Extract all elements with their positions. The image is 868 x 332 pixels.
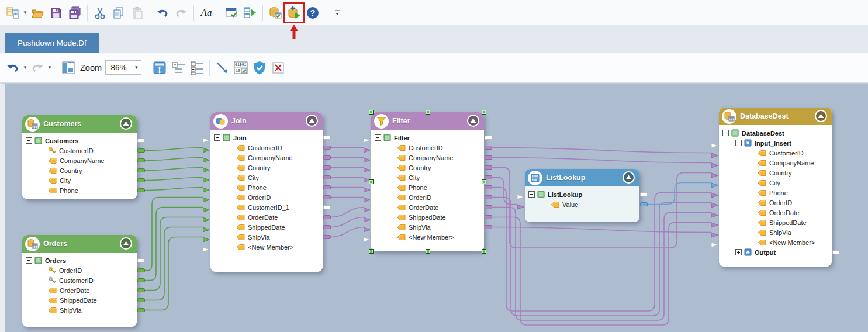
out-port-white[interactable] [137, 139, 145, 143]
in-port-purple[interactable] [364, 185, 371, 191]
tree-row-orderdate[interactable]: OrderDate [719, 208, 829, 217]
out-port-white[interactable] [323, 136, 331, 140]
expander-minus-icon[interactable] [722, 130, 729, 136]
tree-row-shipvia[interactable]: ShipVia [719, 227, 829, 237]
tree-row-orderid[interactable]: OrderID [22, 265, 134, 275]
in-port-green[interactable] [203, 205, 210, 210]
tree-row-customerid[interactable]: CustomerID [22, 275, 134, 285]
save-button[interactable] [47, 4, 65, 22]
connection-filter-databasedest[interactable] [492, 158, 711, 163]
in-port-purple[interactable] [711, 210, 718, 216]
connection-customers-join[interactable] [145, 188, 203, 191]
in-port-purple[interactable] [711, 190, 718, 196]
tree-row-phone[interactable]: Phone [210, 182, 320, 192]
autosize-nodes-button[interactable] [150, 58, 169, 77]
out-port-green[interactable] [137, 308, 145, 312]
tree-row-country[interactable]: Country [210, 162, 320, 172]
cut-button[interactable] [91, 4, 109, 22]
tree-row-filter[interactable]: Filter [371, 133, 482, 143]
connection-orders-join[interactable] [145, 227, 203, 300]
pushdown-run-button[interactable] [285, 4, 303, 22]
open-button[interactable] [28, 4, 47, 22]
copy-button[interactable] [109, 4, 128, 22]
out-port-purple[interactable] [323, 235, 331, 239]
connection-filter-databasedest[interactable] [492, 148, 711, 153]
undo-button[interactable] [4, 58, 22, 77]
in-port-white[interactable] [711, 140, 718, 146]
in-port-green[interactable] [203, 215, 210, 220]
out-port-white[interactable] [640, 192, 648, 196]
tree-row-customerid[interactable]: CustomerID [371, 143, 482, 153]
out-port-blue[interactable] [640, 202, 648, 206]
tree-row-customers[interactable]: Customers [22, 136, 134, 146]
out-port-purple[interactable] [323, 155, 331, 160]
out-port-green[interactable] [137, 268, 145, 272]
tree-row-country[interactable]: Country [371, 162, 482, 172]
in-port-green[interactable] [203, 145, 210, 151]
tab-pushdown-mode[interactable]: Pushdown Mode.Df [5, 33, 99, 53]
canvas[interactable]: CustomersCustomersCustomerIDCompanyNameC… [0, 83, 868, 332]
tree-row-orderdate[interactable]: OrderDate [22, 285, 134, 295]
in-port-green[interactable] [203, 155, 210, 161]
tree-row-orderid[interactable]: OrderID [719, 198, 829, 208]
node-orders[interactable]: OrdersOrdersOrderIDCustomerIDOrderDateSh… [22, 235, 137, 327]
out-port-purple[interactable] [485, 146, 492, 150]
tree-row-orderdate[interactable]: OrderDate [371, 202, 482, 212]
tree-row-listlookup[interactable]: ListLookup [525, 189, 637, 199]
tree-row-shippeddate[interactable]: ShippedDate [719, 217, 829, 227]
verify-flow-button[interactable] [250, 58, 269, 77]
tree-row-phone[interactable]: Phone [371, 182, 482, 192]
connection-filter-listlookup[interactable] [492, 178, 517, 205]
in-port-white[interactable] [364, 135, 371, 141]
out-port-white[interactable] [323, 205, 331, 209]
out-port-purple[interactable] [323, 225, 331, 229]
in-port-white[interactable] [711, 240, 718, 245]
tree-row-city[interactable]: City [719, 178, 829, 188]
collapse-node-button[interactable] [467, 115, 479, 127]
out-port-green[interactable] [137, 158, 145, 162]
tree-row-databasedest[interactable]: DatabaseDest [719, 128, 829, 138]
tree-row-shipvia[interactable]: ShipVia [210, 232, 320, 242]
undo-button[interactable] [153, 4, 172, 22]
tree-row-value[interactable]: Value [525, 199, 637, 209]
collapse-node-button[interactable] [120, 117, 132, 130]
connection-customers-join[interactable] [145, 168, 203, 171]
tree-row-orderdate[interactable]: OrderDate [210, 212, 320, 222]
node-header-databasedest[interactable]: DatabaseDest [719, 108, 832, 125]
tree-row-companyname[interactable]: CompanyName [22, 155, 134, 165]
in-port-green[interactable] [203, 234, 210, 240]
connection-filter-databasedest[interactable] [492, 217, 711, 326]
tree-row-orderid[interactable]: OrderID [371, 192, 482, 202]
tree-row-companyname[interactable]: CompanyName [210, 153, 320, 162]
tree-row-city[interactable]: City [210, 172, 320, 182]
in-port-green[interactable] [203, 224, 210, 230]
tree-row-customerid_1[interactable]: CustomerID_1 [210, 202, 320, 212]
help-button[interactable]: ? [303, 4, 322, 22]
preview-data-button[interactable]: 0100110 [231, 58, 250, 77]
out-port-purple[interactable] [323, 165, 331, 170]
tree-row-join[interactable]: Join [210, 133, 320, 143]
connection-filter-databasedest[interactable] [492, 227, 711, 233]
connection-join-filter[interactable] [331, 208, 364, 217]
in-port-purple[interactable] [364, 195, 371, 200]
in-port-purple[interactable] [711, 160, 718, 166]
start-dataflow-button[interactable] [241, 4, 260, 22]
zoom-select[interactable]: 86%▼ [105, 60, 141, 75]
expand-all-button[interactable] [188, 58, 206, 77]
in-port-green[interactable] [203, 185, 210, 191]
tree-row-phone[interactable]: Phone [22, 185, 134, 195]
selection-handle[interactable] [369, 249, 374, 254]
redo-button-caret-icon[interactable]: ▼ [47, 58, 53, 77]
out-port-green[interactable] [137, 288, 145, 292]
in-port-purple[interactable] [711, 150, 718, 156]
out-port-green[interactable] [137, 168, 145, 172]
tree-row-country[interactable]: Country [719, 168, 829, 178]
connection-join-filter[interactable] [331, 227, 364, 237]
expander-minus-icon[interactable] [26, 257, 32, 264]
out-port-purple[interactable] [485, 185, 492, 189]
in-port-green[interactable] [203, 165, 210, 171]
out-port-purple[interactable] [323, 175, 331, 179]
paste-button[interactable] [128, 4, 147, 22]
in-port-green[interactable] [203, 195, 210, 200]
selection-handle[interactable] [482, 249, 486, 254]
